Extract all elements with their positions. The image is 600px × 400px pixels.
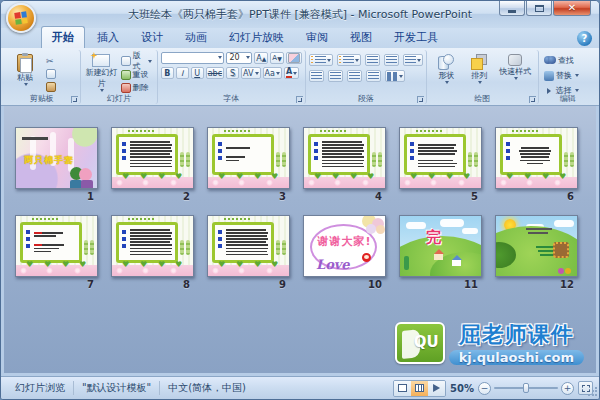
ribbon-tab-8[interactable]: 开发工具 [384, 27, 448, 48]
align-right-button[interactable] [347, 70, 362, 82]
slide-sorter-view-button[interactable] [411, 381, 428, 396]
delete-slide-button[interactable]: 删除 [119, 82, 154, 93]
font-name-combo[interactable] [161, 52, 225, 64]
quick-styles-button[interactable]: 快速样式 [496, 52, 535, 92]
maximize-button[interactable] [526, 1, 552, 16]
slide-thumbnail-4[interactable]: ♥♥♥♥ [303, 127, 386, 189]
slide-thumbnail-10[interactable]: 谢谢大家!Love [303, 215, 386, 277]
decrease-indent-button[interactable] [365, 54, 380, 66]
new-slide-button[interactable]: 新建幻灯片 [84, 52, 118, 92]
font-dialog-launcher[interactable] [296, 96, 303, 103]
slide-thumbnail-12[interactable] [495, 215, 578, 277]
ribbon-tab-7[interactable]: 视图 [340, 27, 382, 48]
shapes-button[interactable]: 形状 [430, 52, 463, 92]
title-bar[interactable]: 大班绘本《两只棉手套》PPT课件 [兼容模式] - Microsoft Powe… [1, 1, 599, 28]
paste-button[interactable]: 粘贴 [6, 52, 44, 92]
reset-button[interactable]: 重设 [119, 69, 154, 80]
close-button[interactable]: ✕ [553, 1, 591, 16]
align-center-button[interactable] [328, 70, 343, 82]
columns-icon [387, 72, 398, 81]
group-clipboard: 粘贴 ✂ 剪贴板 [3, 50, 81, 104]
find-icon [544, 56, 556, 65]
bold-button[interactable]: B [161, 67, 174, 79]
replace-button[interactable]: 替换 [542, 70, 581, 81]
layout-button[interactable]: 版式 [119, 55, 154, 67]
slide-cell-1: 两只棉手套1 [15, 127, 98, 203]
grow-font-button[interactable]: A▲ [254, 52, 268, 64]
line-spacing-button[interactable] [403, 54, 423, 66]
text-shadow-button[interactable]: S [226, 67, 239, 79]
shrink-font-button[interactable]: A▼ [270, 52, 283, 64]
ribbon-tab-3[interactable]: 设计 [131, 27, 173, 48]
group-paragraph: 段落 [306, 50, 427, 104]
office-button[interactable] [6, 3, 36, 33]
slide-cell-8: ♥♥♥♥8 [111, 215, 194, 291]
ribbon-tab-5[interactable]: 幻灯片放映 [219, 27, 294, 48]
view-switcher [393, 380, 446, 397]
cut-button[interactable]: ✂ [44, 55, 58, 66]
slide-thumbnail-5[interactable]: ♥♥♥♥ [399, 127, 482, 189]
justify-button[interactable] [366, 70, 381, 82]
columns-button[interactable] [385, 70, 405, 82]
new-slide-label: 新建幻灯片 [84, 67, 118, 89]
slide-thumbnail-3[interactable]: ♥♥♥♥ [207, 127, 290, 189]
format-painter-button[interactable] [44, 81, 58, 92]
end-text: 完 [426, 228, 441, 247]
italic-button[interactable]: I [176, 67, 189, 79]
slide-thumbnail-6[interactable]: ♥♥♥♥ [495, 127, 578, 189]
zoom-slider-thumb[interactable] [523, 383, 529, 393]
slide-title-text: 两只棉手套 [24, 154, 74, 167]
paste-icon [17, 54, 33, 72]
slide-number-9: 9 [207, 277, 290, 291]
slide-thumbnail-1[interactable]: 两只棉手套 [15, 127, 98, 189]
ribbon-tab-2[interactable]: 插入 [87, 27, 129, 48]
ribbon-tab-6[interactable]: 审阅 [296, 27, 338, 48]
change-case-button[interactable]: Aa [263, 67, 282, 79]
align-left-button[interactable] [309, 70, 324, 82]
drawing-dialog-launcher[interactable] [529, 96, 536, 103]
paragraph-group-label: 段落 [306, 93, 426, 104]
slide-number-8: 8 [111, 277, 194, 291]
decrease-indent-icon [367, 56, 378, 65]
clipboard-dialog-launcher[interactable] [71, 96, 78, 103]
help-icon[interactable]: ? [577, 31, 592, 46]
zoom-out-button[interactable]: − [478, 382, 491, 395]
minimize-icon [508, 10, 516, 13]
font-size-combo[interactable]: 20 [226, 52, 252, 64]
zoom-slider[interactable] [494, 387, 558, 389]
numbering-button[interactable] [337, 54, 361, 66]
align-center-icon [330, 72, 341, 81]
slide-sorter-workspace[interactable]: 两只棉手套1♥♥♥♥2♥♥♥♥3♥♥♥♥4♥♥♥♥5♥♥♥♥6♥♥♥♥7♥♥♥♥… [4, 106, 596, 373]
slideshow-view-button[interactable] [428, 381, 445, 396]
slide-number-5: 5 [399, 189, 482, 203]
ribbon-tab-1[interactable]: 开始 [41, 26, 85, 48]
slide-thumbnail-8[interactable]: ♥♥♥♥ [111, 215, 194, 277]
slide-thumbnail-7[interactable]: ♥♥♥♥ [15, 215, 98, 277]
slide-thumbnail-2[interactable]: ♥♥♥♥ [111, 127, 194, 189]
clear-formatting-button[interactable] [286, 52, 302, 64]
window-controls: ✕ [498, 1, 591, 16]
font-color-button[interactable]: A [284, 67, 299, 79]
zoom-in-button[interactable]: + [561, 382, 574, 395]
ribbon-tab-4[interactable]: 动画 [175, 27, 217, 48]
find-button[interactable]: 查找 [542, 55, 581, 66]
minimize-button[interactable] [499, 1, 525, 16]
slide-thumbnail-9[interactable]: ♥♥♥♥ [207, 215, 290, 277]
slide-number-1: 1 [15, 189, 98, 203]
paragraph-dialog-launcher[interactable] [417, 96, 424, 103]
copy-button[interactable] [44, 68, 58, 79]
increase-indent-button[interactable] [384, 54, 399, 66]
paste-label: 粘贴 [17, 72, 33, 83]
resize-grip[interactable] [587, 387, 597, 397]
bullets-button[interactable] [309, 54, 333, 66]
character-spacing-button[interactable]: AV [241, 67, 260, 79]
quick-styles-icon [508, 54, 522, 66]
normal-view-button[interactable] [394, 381, 411, 396]
slide-cell-4: ♥♥♥♥4 [303, 127, 386, 203]
slide-thumbnail-11[interactable]: 完 [399, 215, 482, 277]
strikethrough-button[interactable]: abc [206, 67, 224, 79]
zoom-percentage: 50% [450, 383, 474, 394]
underline-button[interactable]: U [191, 67, 204, 79]
arrange-button[interactable]: 排列 [463, 52, 496, 92]
watermark-url: kj.qulaoshi.com [449, 350, 584, 365]
